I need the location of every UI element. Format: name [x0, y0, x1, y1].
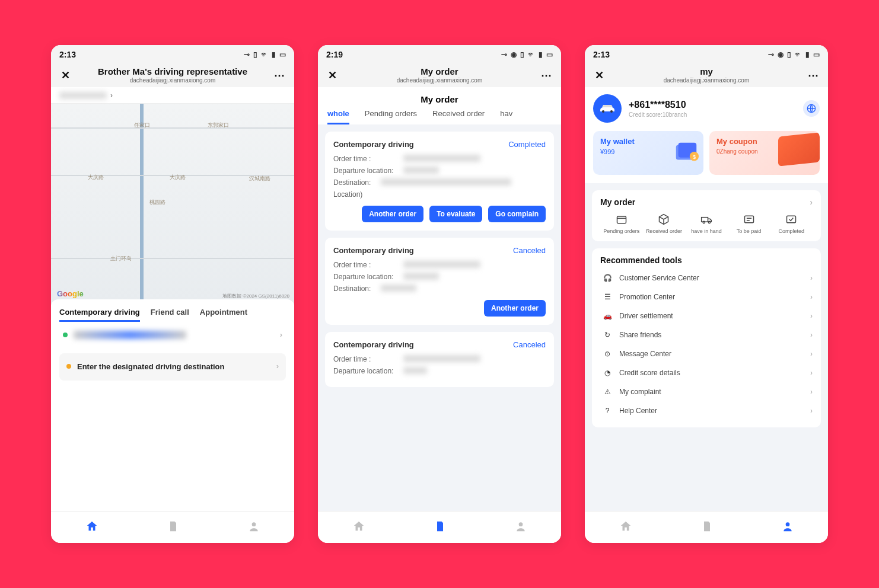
blurred-value	[403, 355, 480, 362]
svg-text:$: $	[693, 154, 696, 160]
order-title: Contemporary driving	[333, 140, 414, 149]
departure-label: Departure location:	[333, 167, 403, 175]
more-icon[interactable]: ⋯	[272, 69, 288, 82]
blurred-value	[403, 155, 480, 162]
more-icon[interactable]: ⋯	[805, 69, 822, 82]
chevron-right-icon: ›	[810, 369, 813, 377]
headset-icon: 🎧	[600, 274, 614, 282]
nav-home-icon[interactable]	[619, 520, 632, 535]
profile-row[interactable]: +861****8510 Credit score:10branch	[593, 94, 820, 123]
nav-profile-icon[interactable]	[782, 520, 794, 535]
tool-credit-details[interactable]: ◔Credit score details›	[600, 363, 813, 382]
tab-appointment[interactable]: Appointment	[200, 308, 247, 322]
status-tobepaid[interactable]: To be paid	[728, 213, 770, 234]
chevron-right-icon: ›	[280, 330, 282, 339]
tab-friend-call[interactable]: Friend call	[151, 308, 189, 322]
tool-my-complaint[interactable]: ⚠My complaint›	[600, 382, 813, 401]
destination-suffix: Location)	[333, 190, 362, 199]
blurred-value	[403, 167, 439, 174]
orange-dot-icon	[66, 364, 71, 369]
tool-help-center[interactable]: ?Help Center›	[600, 401, 813, 420]
map-credit: 地图数据 ©2024 GS(2011)6020	[222, 293, 289, 299]
location-icon: ◉	[511, 50, 517, 59]
close-icon[interactable]: ✕	[324, 69, 340, 82]
bottom-nav	[318, 511, 561, 543]
order-card: Contemporary driving Canceled Order time…	[325, 332, 554, 387]
wallet-card[interactable]: My wallet ¥999 $	[593, 131, 703, 175]
stack-icon: ☰	[600, 293, 614, 301]
status-bar: 2:13 ⊸ ◉ ▯ ᯤ ▮ ▭	[585, 45, 828, 64]
map-view[interactable]: 任家口 东郭家口 大庆路 大庆路 桃园路 土门环岛 汉城南路 Google 地图…	[51, 104, 294, 305]
order-title: Contemporary driving	[333, 246, 414, 255]
status-pending[interactable]: Pending orders	[600, 213, 643, 234]
evaluate-button[interactable]: To evaluate	[429, 206, 482, 222]
chevron-right-icon: ›	[810, 312, 813, 320]
help-icon: ?	[600, 407, 614, 415]
tab-have[interactable]: hav	[500, 109, 512, 124]
signal-icon: ▮	[272, 50, 276, 59]
status-icons: ⊸ ◉ ▯ ᯤ ▮ ▭	[768, 50, 820, 59]
close-icon[interactable]: ✕	[57, 69, 74, 82]
page-subtitle: dacheadaijiagj.xianmaxiong.com	[74, 77, 272, 84]
globe-icon[interactable]	[803, 100, 820, 117]
svg-point-11	[703, 221, 705, 223]
pickup-row[interactable]: ›	[59, 322, 286, 347]
blurred-value	[403, 261, 480, 268]
chevron-right-icon: ›	[810, 350, 813, 358]
destination-input[interactable]: Enter the designated driving destination…	[59, 353, 286, 381]
tool-driver-settlement[interactable]: 🚗Driver settlement›	[600, 306, 813, 325]
location-header[interactable]: ›	[51, 87, 294, 104]
wifi-icon: ᯤ	[261, 50, 268, 59]
order-card: Contemporary driving Completed Order tim…	[325, 132, 554, 231]
tab-whole[interactable]: whole	[327, 109, 349, 124]
user-phone: +861****8510	[629, 100, 687, 110]
another-order-button[interactable]: Another order	[484, 300, 546, 317]
departure-label: Departure location:	[333, 273, 403, 281]
tab-contemporary-driving[interactable]: Contemporary driving	[59, 308, 140, 322]
tab-received[interactable]: Received order	[432, 109, 485, 124]
order-time-label: Order time :	[333, 355, 403, 363]
status-bar: 2:13 ⊸ ▯ ᯤ ▮ ▭	[51, 45, 294, 64]
svg-rect-9	[617, 216, 626, 223]
nav-orders-icon[interactable]	[701, 520, 713, 535]
screen-profile: 2:13 ⊸ ◉ ▯ ᯤ ▮ ▭ ✕ my dacheadaijiagj.xia…	[585, 45, 828, 543]
nav-bar: ✕ Brother Ma's driving representative da…	[51, 64, 294, 87]
tool-message-center[interactable]: ⊙Message Center›	[600, 344, 813, 363]
coupon-card[interactable]: My coupon 0Zhang coupon	[709, 131, 820, 175]
close-icon[interactable]: ✕	[591, 69, 607, 82]
nav-profile-icon[interactable]	[515, 520, 527, 535]
svg-point-15	[786, 522, 790, 526]
complain-button[interactable]: Go complain	[488, 206, 546, 222]
tools-card: Recommended tools 🎧Customer Service Cent…	[592, 248, 821, 427]
svg-rect-13	[744, 216, 753, 223]
location-icon: ◉	[778, 50, 784, 59]
nav-home-icon[interactable]	[352, 520, 365, 535]
chevron-right-icon: ›	[810, 197, 813, 207]
nav-orders-icon[interactable]	[167, 520, 179, 535]
tab-pending[interactable]: Pending orders	[365, 109, 417, 124]
nav-orders-icon[interactable]	[434, 520, 446, 535]
status-received[interactable]: Received order	[643, 213, 686, 234]
avatar	[593, 94, 622, 123]
tool-share-friends[interactable]: ↻Share friends›	[600, 325, 813, 344]
status-inhand[interactable]: have in hand	[685, 213, 728, 234]
battery-icon: ▭	[813, 50, 820, 59]
order-status: Completed	[508, 140, 546, 149]
destination-placeholder: Enter the designated driving destination	[77, 362, 276, 372]
blurred-value	[403, 367, 427, 374]
another-order-button[interactable]: Another order	[362, 206, 423, 222]
order-status: Canceled	[513, 340, 546, 349]
vibrate-icon: ▯	[787, 50, 791, 59]
svg-point-0	[252, 522, 256, 526]
status-completed[interactable]: Completed	[770, 213, 813, 234]
tool-promotion[interactable]: ☰Promotion Center›	[600, 287, 813, 306]
my-order-card[interactable]: My order › Pending orders Received order…	[592, 190, 821, 241]
page-title: my	[607, 66, 805, 76]
more-icon[interactable]: ⋯	[539, 69, 555, 82]
nav-profile-icon[interactable]	[248, 520, 260, 535]
nav-home-icon[interactable]	[85, 520, 98, 535]
tool-customer-service[interactable]: 🎧Customer Service Center›	[600, 269, 813, 287]
key-icon: ⊸	[244, 50, 250, 59]
order-title: Contemporary driving	[333, 340, 414, 349]
wifi-icon: ᯤ	[528, 50, 535, 59]
